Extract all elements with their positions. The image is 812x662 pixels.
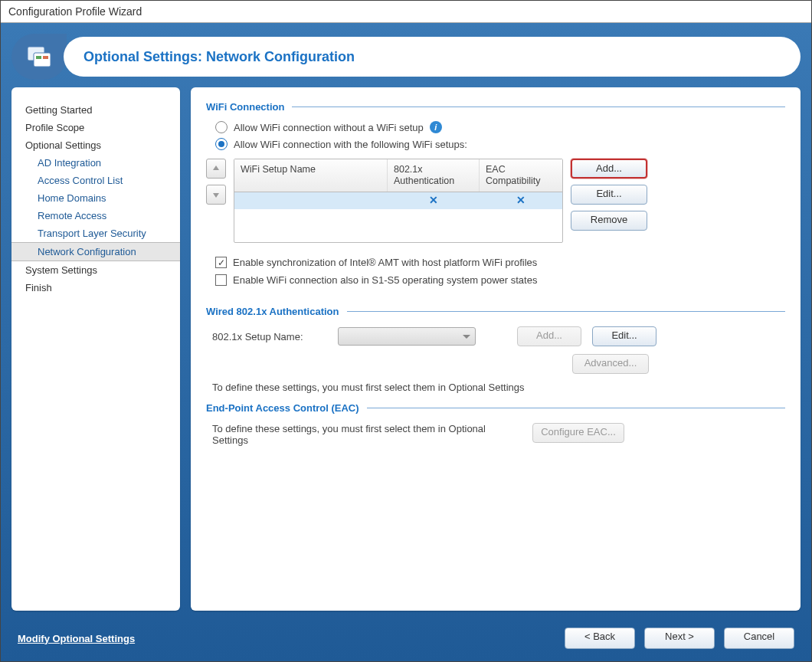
wifi-add-button[interactable]: Add... bbox=[571, 159, 647, 179]
nav-item-access-control-list[interactable]: Access Control List bbox=[11, 172, 180, 189]
window-title: Configuration Profile Wizard bbox=[1, 1, 811, 23]
wifi-buttons: Add... Edit... Remove bbox=[571, 159, 647, 243]
sync-checkbox[interactable] bbox=[215, 257, 227, 268]
wifi-grid-row: WiFi Setup Name 802.1x Authentication EA… bbox=[206, 159, 785, 243]
wired-row: 802.1x Setup Name: Add... Edit... bbox=[206, 323, 785, 349]
radio-with-setups-row[interactable]: Allow WiFi connection with the following… bbox=[206, 136, 785, 152]
cell-auth: ✕ bbox=[388, 192, 480, 209]
app-body: Optional Settings: Network Configuration… bbox=[1, 23, 811, 661]
header-card: Optional Settings: Network Configuration bbox=[11, 34, 801, 80]
reorder-arrows bbox=[206, 159, 226, 243]
divider bbox=[292, 107, 785, 107]
wifi-remove-button[interactable]: Remove bbox=[571, 211, 647, 231]
arrow-down-icon bbox=[211, 190, 221, 199]
wired-edit-button[interactable]: Edit... bbox=[592, 326, 656, 346]
section-wired-title: Wired 802.1x Authentication bbox=[206, 306, 339, 317]
wifi-table-header: WiFi Setup Name 802.1x Authentication EA… bbox=[234, 159, 562, 192]
nav-item-profile-scope[interactable]: Profile Scope bbox=[11, 119, 180, 136]
nav-item-network-configuration[interactable]: Network Configuration bbox=[11, 242, 180, 261]
wizard-icon bbox=[11, 34, 67, 80]
radio-no-setup-label: Allow WiFi connection without a WiFi set… bbox=[234, 122, 424, 133]
sync-check-row[interactable]: Enable synchronization of Intel® AMT wit… bbox=[206, 254, 785, 271]
svg-rect-2 bbox=[36, 56, 41, 59]
nav-item-system-settings[interactable]: System Settings bbox=[11, 261, 180, 279]
svg-rect-1 bbox=[34, 53, 51, 67]
table-row[interactable]: ✕ ✕ bbox=[234, 192, 562, 209]
s1s5-checkbox[interactable] bbox=[215, 274, 227, 286]
radio-with-setups-label: Allow WiFi connection with the following… bbox=[234, 139, 467, 150]
s1s5-check-label: Enable WiFi connection also in S1-S5 ope… bbox=[233, 274, 537, 286]
header-pill: Optional Settings: Network Configuration bbox=[64, 37, 801, 77]
cell-name bbox=[234, 192, 388, 209]
advanced-row: Advanced... bbox=[206, 349, 650, 379]
nav-item-ad-integration[interactable]: AD Integration bbox=[11, 154, 180, 172]
wired-add-button: Add... bbox=[517, 326, 581, 346]
wifi-setup-table[interactable]: WiFi Setup Name 802.1x Authentication EA… bbox=[234, 159, 563, 243]
nav-item-home-domains[interactable]: Home Domains bbox=[11, 189, 180, 207]
modify-optional-link[interactable]: Modify Optional Settings bbox=[18, 633, 135, 644]
divider bbox=[347, 311, 786, 312]
eac-note: To define these settings, you must first… bbox=[212, 423, 519, 446]
eac-row: To define these settings, you must first… bbox=[206, 420, 785, 449]
wired-setup-label: 802.1x Setup Name: bbox=[212, 331, 327, 342]
x-icon: ✕ bbox=[516, 194, 526, 206]
move-up-button[interactable] bbox=[206, 159, 226, 179]
radio-with-setups[interactable] bbox=[215, 138, 228, 150]
col-name: WiFi Setup Name bbox=[234, 159, 388, 192]
section-eac: End-Point Access Control (EAC) bbox=[206, 402, 785, 414]
move-down-button[interactable] bbox=[206, 185, 226, 205]
page-title: Optional Settings: Network Configuration bbox=[83, 49, 355, 65]
x-icon: ✕ bbox=[429, 194, 438, 206]
next-button[interactable]: Next > bbox=[644, 628, 715, 649]
wired-note: To define these settings, you must first… bbox=[206, 379, 604, 399]
sync-check-label: Enable synchronization of Intel® AMT wit… bbox=[233, 257, 537, 268]
header-row: Optional Settings: Network Configuration bbox=[1, 23, 811, 87]
section-wired: Wired 802.1x Authentication bbox=[206, 306, 785, 317]
divider bbox=[367, 408, 785, 408]
configure-eac-button: Configure EAC... bbox=[532, 423, 624, 443]
wizard-window: Configuration Profile Wizard Optional Se… bbox=[0, 0, 812, 662]
arrow-up-icon bbox=[211, 164, 221, 173]
info-icon[interactable]: i bbox=[430, 121, 442, 133]
wired-setup-combo[interactable] bbox=[338, 327, 476, 346]
s1s5-check-row[interactable]: Enable WiFi connection also in S1-S5 ope… bbox=[206, 271, 785, 289]
cell-eac: ✕ bbox=[480, 192, 562, 209]
col-auth: 802.1x Authentication bbox=[388, 159, 480, 192]
cancel-button[interactable]: Cancel bbox=[724, 628, 794, 649]
wired-advanced-button: Advanced... bbox=[572, 354, 649, 374]
content-panel: WiFi Connection Allow WiFi connection wi… bbox=[191, 87, 801, 611]
nav-item-remote-access[interactable]: Remote Access bbox=[11, 207, 180, 224]
radio-no-setup[interactable] bbox=[215, 121, 228, 133]
wifi-edit-button[interactable]: Edit... bbox=[571, 185, 647, 205]
radio-no-setup-row[interactable]: Allow WiFi connection without a WiFi set… bbox=[206, 119, 785, 136]
columns: Getting StartedProfile ScopeOptional Set… bbox=[1, 87, 811, 618]
section-wifi: WiFi Connection bbox=[206, 101, 785, 113]
nav-item-finish[interactable]: Finish bbox=[11, 279, 180, 297]
footer-buttons: < Back Next > Cancel bbox=[565, 628, 794, 649]
section-wifi-title: WiFi Connection bbox=[206, 101, 284, 113]
footer: Modify Optional Settings < Back Next > C… bbox=[1, 618, 811, 661]
section-eac-title: End-Point Access Control (EAC) bbox=[206, 402, 359, 414]
nav-item-optional-settings[interactable]: Optional Settings bbox=[11, 136, 180, 154]
wizard-nav: Getting StartedProfile ScopeOptional Set… bbox=[11, 87, 180, 611]
svg-rect-3 bbox=[43, 56, 48, 59]
nav-item-transport-layer-security[interactable]: Transport Layer Security bbox=[11, 224, 180, 242]
col-eac: EAC Compatibility bbox=[480, 159, 562, 192]
back-button[interactable]: < Back bbox=[565, 628, 635, 649]
nav-item-getting-started[interactable]: Getting Started bbox=[11, 101, 180, 119]
